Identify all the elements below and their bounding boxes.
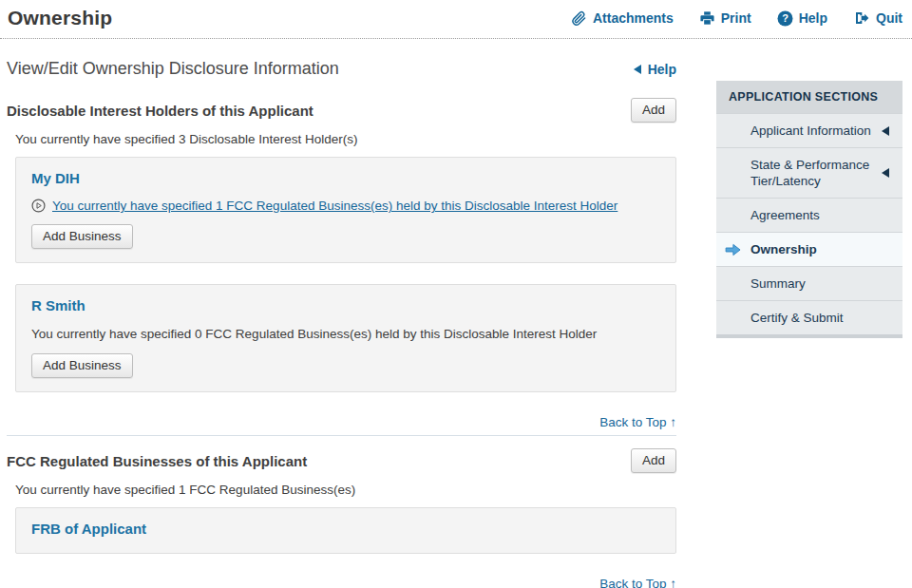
frb-card: FRB of Applicant (15, 507, 676, 554)
quit-label: Quit (876, 10, 902, 26)
add-frb-button[interactable]: Add (631, 448, 676, 473)
page-title: Ownership (8, 7, 112, 29)
triangle-left-icon (634, 65, 641, 74)
collapsed-indicator-icon (882, 126, 889, 136)
add-business-button[interactable]: Add Business (31, 353, 133, 378)
add-dih-button[interactable]: Add (631, 98, 676, 123)
page-subtitle: View/Edit Ownership Disclosure Informati… (7, 59, 339, 79)
dih-business-count-text: You currently have specified 0 FCC Regul… (31, 327, 660, 341)
dih-business-count-link[interactable]: You currently have specified 1 FCC Regul… (52, 199, 618, 213)
content: View/Edit Ownership Disclosure Informati… (0, 59, 912, 588)
frb-count-note: You currently have specified 1 FCC Regul… (15, 483, 676, 497)
sidebar-item-summary[interactable]: Summary (716, 266, 902, 300)
main-panel: View/Edit Ownership Disclosure Informati… (7, 59, 676, 588)
dih-name-link[interactable]: My DIH (31, 170, 660, 186)
help-link[interactable]: Help (634, 62, 676, 77)
frb-name-link[interactable]: FRB of Applicant (31, 521, 660, 537)
quit-icon (853, 10, 870, 26)
help-top-label: Help (799, 10, 827, 26)
help-top-link[interactable]: ? Help (777, 10, 827, 27)
section-divider (7, 435, 676, 436)
svg-text:?: ? (782, 12, 788, 24)
dih-card-r-smith: R Smith You currently have specified 0 F… (15, 284, 676, 392)
frb-section-title: FCC Regulated Businesses of this Applica… (7, 453, 307, 469)
attachments-label: Attachments (593, 10, 674, 26)
add-business-button[interactable]: Add Business (31, 224, 133, 249)
dih-name-link[interactable]: R Smith (31, 297, 660, 313)
paperclip-icon (571, 10, 587, 27)
dih-card-my-dih: My DIH You currently have specified 1 FC… (15, 157, 676, 263)
current-section-arrow-icon (725, 243, 741, 260)
printer-icon (699, 10, 715, 26)
back-to-top-link[interactable]: Back to Top ↑ (599, 577, 676, 588)
sidebar-item-applicant-information[interactable]: Applicant Information (716, 113, 902, 147)
dih-section-title: Disclosable Interest Holders of this App… (7, 103, 314, 119)
quit-link[interactable]: Quit (853, 10, 902, 26)
top-links: Attachments Print ? Help Quit (571, 10, 904, 27)
print-link[interactable]: Print (699, 10, 751, 26)
help-circle-icon: ? (777, 10, 793, 27)
sidebar-item-certify-submit[interactable]: Certify & Submit (716, 300, 902, 334)
sidebar-title: APPLICATION SECTIONS (716, 81, 902, 113)
application-sections-sidebar: APPLICATION SECTIONS Applicant Informati… (716, 81, 902, 338)
dih-count-note: You currently have specified 3 Disclosab… (15, 132, 676, 146)
back-to-top-link[interactable]: Back to Top ↑ (599, 415, 676, 429)
sidebar-item-ownership[interactable]: Ownership (716, 232, 902, 266)
sidebar-item-agreements[interactable]: Agreements (716, 198, 902, 232)
collapsed-indicator-icon (882, 168, 889, 178)
print-label: Print (721, 10, 751, 26)
attachments-link[interactable]: Attachments (571, 10, 674, 27)
play-circle-icon (31, 199, 46, 213)
top-bar: Ownership Attachments Print ? Help Quit (0, 0, 912, 39)
sidebar-item-state-performance-tier-latency[interactable]: State & Performance Tier/Latency (716, 147, 902, 198)
help-link-label: Help (648, 62, 676, 77)
